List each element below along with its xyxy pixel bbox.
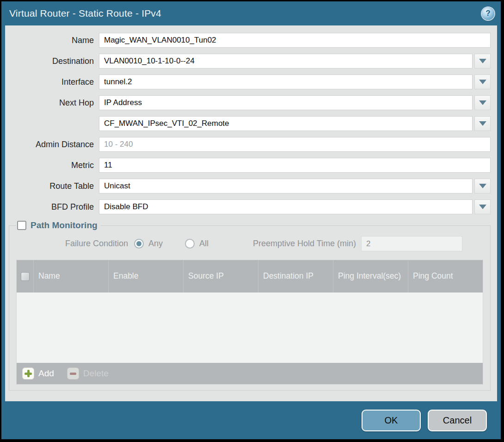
route-table-label: Route Table	[5, 181, 99, 191]
failure-condition-all-radio	[185, 239, 195, 249]
destination-row: Destination	[5, 54, 491, 68]
failure-condition-row: Failure Condition Any All Preemptive Hol…	[16, 236, 483, 251]
destination-input[interactable]	[99, 54, 473, 68]
next-hop-address-dropdown-button[interactable]	[474, 116, 491, 131]
route-table-row: Route Table	[5, 179, 491, 193]
static-route-dialog: Virtual Router - Static Route - IPv4 ? N…	[1, 1, 501, 439]
dialog-titlebar: Virtual Router - Static Route - IPv4 ?	[1, 1, 501, 25]
preemptive-hold-time-input	[361, 236, 462, 251]
cancel-button[interactable]: Cancel	[428, 410, 487, 431]
interface-input[interactable]	[99, 75, 473, 89]
table-toolbar: Add Delete	[17, 363, 483, 384]
table-header-enable: Enable	[108, 260, 183, 293]
chevron-down-icon	[479, 100, 486, 105]
name-row: Name	[5, 33, 491, 48]
radio-dot	[136, 241, 141, 246]
failure-condition-any-radio	[134, 239, 144, 249]
next-hop-row: Next Hop	[5, 95, 491, 110]
add-button[interactable]: Add	[22, 367, 54, 380]
next-hop-type-input[interactable]	[99, 95, 473, 110]
table-header-destination-ip: Destination IP	[258, 260, 333, 293]
destination-label: Destination	[5, 56, 99, 66]
table-header-ping-interval: Ping Interval(sec)	[333, 260, 408, 293]
table-header-ping-count: Ping Count	[408, 260, 483, 293]
next-hop-label: Next Hop	[5, 98, 99, 108]
bfd-profile-dropdown-button[interactable]	[474, 199, 491, 214]
failure-condition-any-label: Any	[148, 239, 163, 249]
interface-dropdown-button[interactable]	[474, 75, 491, 89]
next-hop-address-input[interactable]	[99, 116, 473, 131]
admin-distance-row: Admin Distance	[5, 137, 491, 152]
metric-input[interactable]	[99, 158, 491, 173]
table-header-row: Name Enable Source IP Destination IP Pin…	[17, 260, 483, 293]
chevron-down-icon	[479, 184, 486, 188]
path-monitoring-table: Name Enable Source IP Destination IP Pin…	[16, 260, 483, 385]
path-monitoring-legend: Path Monitoring	[16, 220, 100, 230]
select-all-checkbox	[21, 272, 30, 281]
plus-icon	[22, 367, 34, 380]
path-monitoring-title: Path Monitoring	[31, 220, 98, 230]
bfd-profile-label: BFD Profile	[5, 202, 99, 212]
failure-condition-all-label: All	[199, 239, 209, 249]
metric-row: Metric	[5, 158, 491, 173]
path-monitoring-checkbox[interactable]	[17, 221, 26, 230]
route-table-input[interactable]	[99, 179, 473, 193]
ok-button[interactable]: OK	[362, 410, 421, 431]
dialog-content: Name Destination Interface Next Hop	[5, 25, 497, 401]
bfd-profile-input[interactable]	[99, 199, 473, 214]
delete-button-label: Delete	[83, 368, 109, 379]
minus-icon	[67, 367, 79, 380]
name-input[interactable]	[99, 33, 491, 48]
help-icon[interactable]: ?	[482, 7, 494, 20]
table-header-name: Name	[33, 260, 108, 293]
dialog-footer: OK Cancel	[1, 401, 501, 439]
chevron-down-icon	[479, 59, 486, 63]
admin-distance-label: Admin Distance	[5, 140, 99, 149]
route-table-dropdown-button[interactable]	[474, 179, 491, 193]
interface-label: Interface	[5, 77, 99, 87]
destination-dropdown-button[interactable]	[474, 54, 491, 68]
table-header-source-ip: Source IP	[183, 260, 258, 293]
preemptive-hold-time-label: Preemptive Hold Time (min)	[253, 239, 356, 249]
add-button-label: Add	[38, 368, 54, 379]
next-hop-address-row	[5, 116, 491, 131]
chevron-down-icon	[479, 121, 486, 126]
metric-label: Metric	[5, 161, 99, 170]
admin-distance-input[interactable]	[99, 137, 491, 152]
failure-condition-label: Failure Condition	[16, 239, 134, 249]
delete-button: Delete	[67, 367, 109, 380]
chevron-down-icon	[479, 80, 486, 84]
screen-background: Virtual Router - Static Route - IPv4 ? N…	[0, 0, 504, 442]
table-header-checkbox-cell	[17, 260, 33, 293]
next-hop-dropdown-button[interactable]	[474, 95, 491, 110]
table-body-empty	[17, 293, 483, 363]
name-label: Name	[5, 36, 99, 45]
bfd-profile-row: BFD Profile	[5, 199, 491, 214]
chevron-down-icon	[479, 205, 486, 209]
dialog-title: Virtual Router - Static Route - IPv4	[9, 8, 161, 19]
interface-row: Interface	[5, 75, 491, 89]
path-monitoring-section: Path Monitoring Failure Condition Any Al…	[9, 220, 491, 391]
